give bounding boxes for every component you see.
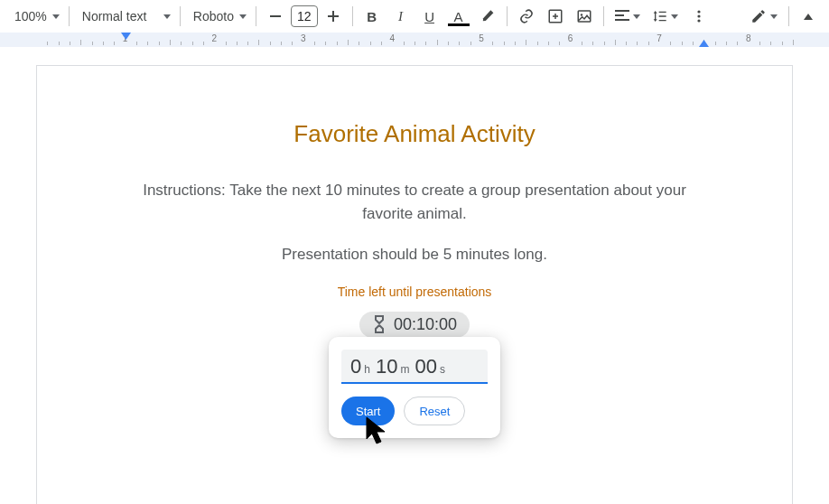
document-body-line-1[interactable]: Instructions: Take the next 10 minutes t… <box>126 179 703 225</box>
align-dropdown[interactable] <box>610 4 646 29</box>
editing-mode-dropdown[interactable] <box>745 4 783 29</box>
chevron-down-icon <box>770 14 778 19</box>
document-title[interactable]: Favorite Animal Activity <box>100 120 729 148</box>
paragraph-style-value: Normal text <box>80 9 149 23</box>
timer-hours: 0 <box>350 355 361 378</box>
font-dropdown[interactable]: Roboto <box>186 4 250 29</box>
chevron-up-icon <box>804 14 813 20</box>
timer-buttons: Start Reset <box>341 397 488 425</box>
ruler-label: 5 <box>479 33 484 43</box>
svg-rect-0 <box>270 15 281 17</box>
hours-unit: h <box>364 363 370 376</box>
ruler-label: 7 <box>657 33 662 43</box>
timer-popover: 0h 10m 00s Start Reset <box>329 337 500 438</box>
separator <box>69 6 70 26</box>
zoom-dropdown[interactable]: 100% <box>7 4 63 29</box>
seconds-unit: s <box>440 363 445 376</box>
start-button[interactable]: Start <box>341 397 395 425</box>
highlighter-icon <box>480 8 496 24</box>
bold-button[interactable]: B <box>359 4 386 29</box>
ruler-label: 4 <box>390 33 396 43</box>
comment-add-icon <box>547 8 564 24</box>
reset-button-label: Reset <box>419 405 450 418</box>
separator <box>603 6 604 26</box>
svg-rect-2 <box>328 15 339 17</box>
add-comment-button[interactable] <box>542 4 569 29</box>
text-color-button[interactable]: A <box>445 4 472 29</box>
ruler-label: 3 <box>301 33 306 43</box>
link-icon <box>518 8 535 24</box>
ruler-label: 8 <box>746 33 751 43</box>
separator <box>180 6 181 26</box>
paragraph-style-dropdown[interactable]: Normal text <box>75 4 174 29</box>
increase-font-size-button[interactable] <box>320 4 347 29</box>
align-left-icon <box>615 10 629 23</box>
separator <box>352 6 353 26</box>
ruler[interactable]: 12345678 <box>0 33 829 47</box>
zoom-value: 100% <box>13 9 49 23</box>
insert-link-button[interactable] <box>513 4 540 29</box>
svg-point-6 <box>580 14 582 15</box>
document-subtitle[interactable]: Time left until presentations <box>100 285 729 299</box>
right-indent-marker[interactable] <box>699 40 709 47</box>
chevron-down-icon <box>52 14 60 19</box>
timer-chip[interactable]: 00:10:00 <box>359 312 470 338</box>
highlight-color-button[interactable] <box>474 4 501 29</box>
more-toolbar-button[interactable] <box>685 4 713 29</box>
decrease-font-size-button[interactable] <box>262 4 289 29</box>
start-button-label: Start <box>356 405 380 418</box>
svg-point-9 <box>697 19 700 22</box>
toolbar: 100% Normal text Roboto 12 B I U A <box>0 0 829 33</box>
svg-rect-3 <box>481 22 494 23</box>
insert-image-button[interactable] <box>571 4 598 29</box>
pencil-icon <box>750 8 767 24</box>
chevron-down-icon <box>671 14 678 19</box>
reset-button[interactable]: Reset <box>404 397 465 425</box>
timer-seconds: 00 <box>414 355 436 378</box>
separator <box>788 6 789 26</box>
svg-point-7 <box>697 10 700 13</box>
more-vertical-icon <box>693 10 705 23</box>
minus-icon <box>270 15 281 17</box>
underline-button[interactable]: U <box>416 4 443 29</box>
document-viewport: Favorite Animal Activity Instructions: T… <box>0 47 829 504</box>
hourglass-icon <box>372 315 387 333</box>
minutes-unit: m <box>400 363 409 376</box>
line-spacing-dropdown[interactable] <box>647 4 684 29</box>
left-indent-marker[interactable] <box>121 33 131 40</box>
image-icon <box>576 8 592 24</box>
chevron-down-icon <box>239 14 247 19</box>
separator <box>256 6 256 26</box>
collapse-toolbar-button[interactable] <box>795 4 822 29</box>
line-spacing-icon <box>653 9 667 23</box>
plus-icon <box>328 11 339 22</box>
chevron-down-icon <box>633 14 640 19</box>
ruler-label: 2 <box>211 33 217 43</box>
font-size-value: 12 <box>297 9 312 23</box>
timer-minutes: 10 <box>376 355 397 378</box>
separator <box>507 6 508 26</box>
ruler-label: 6 <box>568 33 573 43</box>
font-size-input[interactable]: 12 <box>291 5 318 27</box>
document-body-line-2[interactable]: Presentation should be 5 minutes long. <box>100 243 729 266</box>
italic-button[interactable]: I <box>387 4 414 29</box>
font-value: Roboto <box>191 9 236 23</box>
timer-chip-time: 00:10:00 <box>394 315 457 334</box>
svg-point-8 <box>697 14 700 17</box>
chevron-down-icon <box>163 14 171 19</box>
timer-input[interactable]: 0h 10m 00s <box>341 350 488 384</box>
document-page[interactable]: Favorite Animal Activity Instructions: T… <box>36 65 793 504</box>
